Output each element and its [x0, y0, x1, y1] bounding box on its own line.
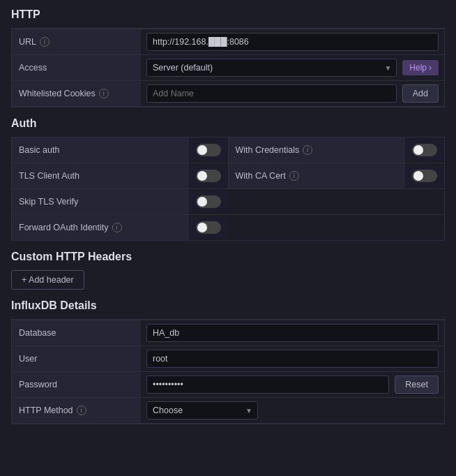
auth-grid: Basic auth With Credentials i — [11, 137, 445, 241]
user-label-text: User — [19, 354, 37, 364]
database-value-cell — [141, 321, 444, 345]
skip-tls-toggle-knob — [197, 197, 207, 207]
forward-oauth-info-icon[interactable]: i — [112, 223, 122, 232]
database-label: Database — [12, 320, 141, 345]
http-section-title: HTTP — [11, 8, 445, 21]
user-input[interactable] — [146, 350, 439, 368]
tls-client-label: TLS Client Auth — [12, 163, 189, 188]
with-ca-cert-toggle-cell — [405, 165, 444, 186]
access-value-cell: Server (default) Browser ▼ Help › — [141, 56, 444, 80]
access-label: Access — [12, 55, 141, 80]
access-row: Access Server (default) Browser ▼ Help › — [12, 54, 444, 80]
whitelisted-cookies-value-cell: Add — [141, 82, 444, 105]
http-method-select-wrapper: Choose GET POST ▼ — [146, 401, 258, 419]
database-label-text: Database — [19, 328, 56, 338]
http-method-value-cell: Choose GET POST ▼ — [141, 399, 444, 422]
add-cookie-button[interactable]: Add — [402, 84, 439, 103]
password-value-cell: Reset — [141, 373, 444, 396]
access-select[interactable]: Server (default) Browser — [146, 59, 397, 77]
help-label-text: Help — [409, 63, 427, 73]
whitelisted-cookies-row: Whitelisted Cookies i Add — [12, 80, 444, 107]
whitelisted-cookies-label: Whitelisted Cookies i — [12, 81, 141, 106]
skip-tls-col: Skip TLS Verify — [12, 189, 228, 214]
url-row: URL i — [12, 29, 444, 54]
tls-client-col: TLS Client Auth — [12, 163, 229, 188]
forward-oauth-col: Forward OAuth Identity i — [12, 215, 228, 240]
with-credentials-toggle-knob — [413, 145, 423, 155]
tls-client-toggle-cell — [189, 165, 228, 186]
with-ca-cert-info-icon[interactable]: i — [289, 171, 299, 181]
http-method-select[interactable]: Choose GET POST — [146, 401, 258, 419]
http-method-row: HTTP Method i Choose GET POST ▼ — [12, 397, 444, 424]
access-label-text: Access — [19, 63, 47, 73]
password-input[interactable] — [146, 375, 389, 394]
http-method-info-icon[interactable]: i — [77, 406, 86, 415]
auth-row-3: Skip TLS Verify — [12, 189, 444, 215]
with-ca-cert-toggle-knob — [413, 171, 423, 181]
password-label-text: Password — [19, 380, 57, 389]
with-ca-cert-label-text: With CA Cert — [236, 171, 286, 181]
forward-oauth-toggle-cell — [189, 217, 228, 238]
chevron-right-icon: › — [429, 63, 432, 73]
user-value-cell — [141, 347, 444, 371]
auth-section-title: Auth — [11, 117, 445, 130]
skip-tls-label: Skip TLS Verify — [12, 189, 189, 214]
database-input[interactable] — [146, 324, 439, 342]
basic-auth-label: Basic auth — [12, 137, 189, 163]
skip-tls-toggle-cell — [189, 191, 228, 212]
password-row: Password Reset — [12, 371, 444, 397]
forward-oauth-label: Forward OAuth Identity i — [12, 215, 189, 240]
user-row: User — [12, 345, 444, 371]
skip-tls-label-text: Skip TLS Verify — [19, 197, 78, 207]
whitelisted-cookies-input[interactable] — [146, 84, 397, 103]
skip-tls-toggle[interactable] — [196, 195, 221, 208]
add-header-button[interactable]: + Add header — [11, 270, 84, 290]
basic-auth-toggle-knob — [197, 145, 207, 155]
skip-tls-spacer — [228, 189, 444, 214]
forward-oauth-toggle[interactable] — [196, 221, 221, 234]
forward-oauth-toggle-knob — [197, 223, 207, 232]
basic-auth-toggle-cell — [189, 140, 228, 161]
access-select-wrapper: Server (default) Browser ▼ — [146, 59, 397, 77]
help-link[interactable]: Help › — [402, 60, 439, 75]
forward-oauth-spacer — [228, 215, 444, 240]
with-ca-cert-toggle[interactable] — [412, 170, 437, 182]
with-credentials-label-text: With Credentials — [236, 145, 300, 155]
reset-button[interactable]: Reset — [395, 375, 439, 394]
user-label: User — [12, 346, 141, 371]
password-label: Password — [12, 372, 141, 397]
url-label-text: URL — [19, 37, 36, 47]
with-credentials-toggle[interactable] — [412, 144, 437, 156]
url-value-cell — [141, 30, 444, 54]
http-method-label: HTTP Method i — [12, 398, 141, 423]
url-label: URL i — [12, 29, 141, 54]
with-credentials-toggle-cell — [405, 140, 444, 161]
auth-row-1: Basic auth With Credentials i — [12, 137, 444, 163]
whitelisted-label-text: Whitelisted Cookies — [19, 89, 96, 98]
basic-auth-label-text: Basic auth — [19, 145, 59, 155]
influxdb-section-title: InfluxDB Details — [11, 299, 445, 312]
http-method-label-text: HTTP Method — [19, 406, 73, 415]
tls-client-toggle-knob — [197, 171, 207, 181]
with-ca-cert-col: With CA Cert i — [229, 163, 445, 188]
with-credentials-label: With Credentials i — [229, 137, 406, 163]
whitelisted-info-icon[interactable]: i — [99, 89, 109, 98]
basic-auth-col: Basic auth — [12, 137, 229, 163]
custom-headers-title: Custom HTTP Headers — [11, 251, 445, 263]
tls-client-label-text: TLS Client Auth — [19, 171, 79, 181]
auth-row-2: TLS Client Auth With CA Cert i — [12, 163, 444, 189]
url-info-icon[interactable]: i — [40, 37, 50, 47]
with-ca-cert-label: With CA Cert i — [229, 163, 406, 188]
with-credentials-col: With Credentials i — [229, 137, 445, 163]
tls-client-toggle[interactable] — [196, 170, 221, 182]
url-input[interactable] — [146, 33, 439, 51]
forward-oauth-label-text: Forward OAuth Identity — [19, 223, 109, 232]
auth-row-4: Forward OAuth Identity i — [12, 215, 444, 240]
basic-auth-toggle[interactable] — [196, 144, 221, 156]
database-row: Database — [12, 320, 444, 345]
with-credentials-info-icon[interactable]: i — [303, 145, 312, 155]
